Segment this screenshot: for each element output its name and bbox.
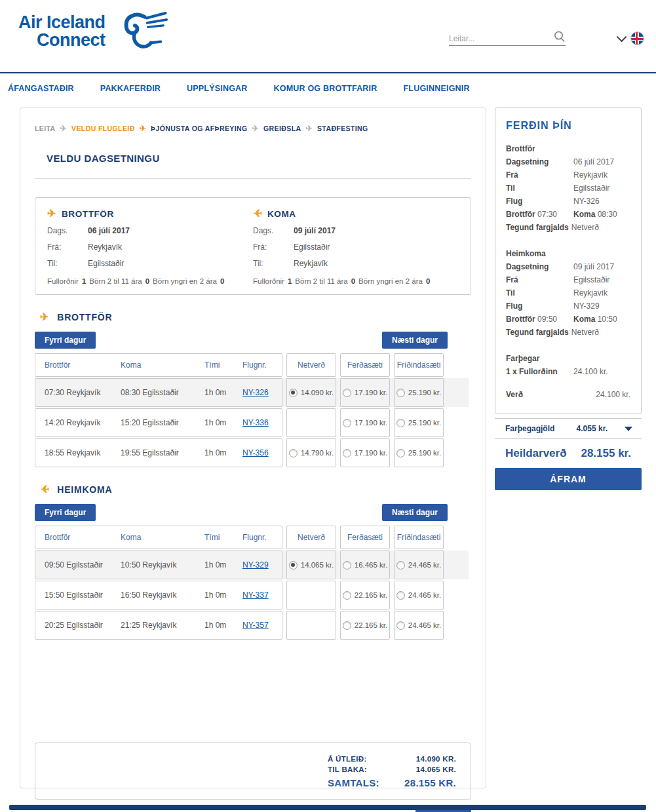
flight-number-link[interactable]: NY-337 <box>242 590 280 600</box>
flight-row: 15:50 Egilsstaðir 16:50 Reykjavík 1h 0m … <box>35 581 469 609</box>
outbound-total-label: Á ÚTLEIÐ: <box>328 755 367 763</box>
fridindasaeti-price-cell[interactable]: 25.190 kr. <box>394 438 444 467</box>
continue-button-sidebar[interactable]: ÁFRAM <box>495 468 642 490</box>
booking-panel: LEITA ✈ VELDU FLUGLEIÐ ✈ ÞJÓNUSTA OG AFÞ… <box>20 107 486 788</box>
ferdasaeti-price-cell[interactable]: 17.190 kr. <box>340 378 390 407</box>
plane-right-icon: ✈ <box>47 208 56 219</box>
flight-number-link[interactable]: NY-356 <box>242 448 280 457</box>
radio-button[interactable] <box>343 389 351 397</box>
table-header-row: Brottför Koma Tími Flugnr. Netverð Ferða… <box>35 526 469 549</box>
radio-button[interactable] <box>396 389 405 397</box>
breadcrumb-step-greidsla[interactable]: GREIÐSLA <box>263 125 301 132</box>
flight-row: 18:55 Reykjavík 19:55 Egilsstaðir 1h 0m … <box>35 438 469 467</box>
nav-upplysingar[interactable]: UPPLÝSINGAR <box>187 84 248 93</box>
dropdown-triangle-icon <box>625 427 632 431</box>
flight-number-link[interactable]: NY-336 <box>242 418 280 427</box>
next-day-button[interactable]: Næsti dagur <box>382 504 448 521</box>
radio-button[interactable] <box>343 449 351 457</box>
radio-button[interactable] <box>343 561 351 570</box>
previous-day-button[interactable]: Fyrri dagur <box>35 504 96 521</box>
fridindasaeti-price-cell[interactable]: 25.190 kr. <box>394 378 444 407</box>
breadcrumb-step-thjonusta[interactable]: ÞJÓNUSTA OG AFÞREYING <box>151 125 247 132</box>
summary-arrival: ✈KOMA Dags.09 júlí 2017 Frá:Egilsstaðir … <box>253 208 459 285</box>
plane-icon: ✈ <box>60 124 67 133</box>
passenger-counts: Fullorðnir1 Börn 2 til 11 ára0 Börn yngr… <box>253 277 459 285</box>
ferdasaeti-price-cell[interactable]: 16.465 kr. <box>340 551 390 579</box>
ferdasaeti-price-cell[interactable]: 17.190 kr. <box>340 438 390 467</box>
fridindasaeti-price-cell[interactable]: 25.190 kr. <box>394 408 444 437</box>
breadcrumb-step-leita[interactable]: LEITA <box>35 125 56 132</box>
language-selector[interactable] <box>617 31 644 45</box>
fridindasaeti-price-cell[interactable]: 24.465 kr. <box>394 581 444 609</box>
passenger-fees-row[interactable]: Farþegagjöld 4.055 kr. <box>495 418 642 439</box>
nav-komur-og-brottfarir[interactable]: KOMUR OG BROTTFARIR <box>274 84 377 93</box>
flight-row: 07:30 Reykjavík 08:30 Egilsstaðir 1h 0m … <box>35 378 469 407</box>
nav-afangastadir[interactable]: ÁFANGASTAÐIR <box>8 84 74 93</box>
iceland-flag-icon <box>630 31 644 45</box>
netverd-price-cell[interactable] <box>286 611 336 640</box>
netverd-price-cell[interactable] <box>286 408 336 437</box>
footer-bar <box>9 805 646 810</box>
radio-button[interactable] <box>396 591 405 600</box>
radio-button[interactable] <box>396 449 405 457</box>
nav-pakkaferdir[interactable]: PAKKAFERÐIR <box>100 84 161 93</box>
search-icon[interactable] <box>553 30 566 43</box>
pegasus-logo-icon <box>112 10 168 52</box>
logo-text: Air Iceland Connect <box>18 14 106 49</box>
radio-button[interactable] <box>396 419 405 427</box>
breadcrumb: LEITA ✈ VELDU FLUGLEIÐ ✈ ÞJÓNUSTA OG AFÞ… <box>35 124 471 133</box>
fridindasaeti-price-cell[interactable]: 24.465 kr. <box>394 611 444 640</box>
nav-fluginneignir[interactable]: FLUGINNEIGNIR <box>404 84 470 93</box>
fridindasaeti-price-cell[interactable]: 24.465 kr. <box>394 551 444 579</box>
return-flight-table: Brottför Koma Tími Flugnr. Netverð Ferða… <box>35 526 469 640</box>
ferdasaeti-price-cell[interactable]: 22.165 kr. <box>340 611 390 640</box>
radio-button[interactable] <box>289 449 298 457</box>
radio-button[interactable] <box>289 389 298 397</box>
plane-icon: ✈ <box>252 124 259 133</box>
breadcrumb-step-veldu-flugleid[interactable]: VELDU FLUGLEIÐ <box>71 125 135 132</box>
plane-left-icon: ✈ <box>253 208 262 219</box>
radio-button[interactable] <box>396 561 405 570</box>
flight-number-link[interactable]: NY-329 <box>242 560 280 570</box>
plane-left-icon: ✈ <box>40 484 49 495</box>
netverd-price-cell[interactable]: 14.790 kr. <box>286 438 336 467</box>
plane-icon: ✈ <box>140 124 146 133</box>
search-input[interactable] <box>449 34 550 43</box>
radio-button[interactable] <box>396 621 405 630</box>
divider <box>35 178 471 179</box>
sidebar-title: FERÐIN ÞÍN <box>506 120 630 132</box>
sidebar-grand-total: Heildarverð28.155 kr. <box>495 439 642 468</box>
previous-day-button[interactable]: Fyrri dagur <box>35 332 96 349</box>
next-day-button[interactable]: Næsti dagur <box>382 332 448 349</box>
grand-total-label: SAMTALS: <box>328 777 379 788</box>
radio-button[interactable] <box>343 591 351 600</box>
chevron-down-icon <box>617 31 627 42</box>
netverd-price-cell[interactable] <box>286 581 336 609</box>
radio-button[interactable] <box>343 621 351 630</box>
return-total-value: 14.065 KR. <box>416 765 456 773</box>
passenger-counts: Fullorðnir1 Börn 2 til 11 ára0 Börn yngr… <box>47 277 253 285</box>
netverd-price-cell[interactable]: 14.090 kr. <box>286 378 336 407</box>
flight-number-link[interactable]: NY-357 <box>242 621 280 630</box>
sidebar-price-row: Verð24.100 kr. <box>506 390 630 399</box>
trip-summary-card: FERÐIN ÞÍN Brottför Dagsetning06 júlí 20… <box>495 107 642 414</box>
netverd-price-cell[interactable]: 14.065 kr. <box>286 551 336 579</box>
sidebar-passengers: Farþegar 1 x Fullorðinn24.100 kr. <box>506 352 630 378</box>
departure-flight-table: Brottför Koma Tími Flugnr. Netverð Ferða… <box>35 353 469 467</box>
radio-button[interactable] <box>343 419 351 427</box>
flight-number-link[interactable]: NY-326 <box>242 388 280 397</box>
radio-button[interactable] <box>289 561 298 570</box>
ferdasaeti-price-cell[interactable]: 17.190 kr. <box>340 408 390 437</box>
summary-departure: ✈BROTTFÖR Dags.06 júlí 2017 Frá:Reykjaví… <box>47 208 253 285</box>
sidebar-outbound: Brottför Dagsetning06 júlí 2017 FráReykj… <box>506 142 630 234</box>
flight-row: 09:50 Egilsstaðir 10:50 Reykjavík 1h 0m … <box>35 551 469 579</box>
ferdasaeti-price-cell[interactable]: 22.165 kr. <box>340 581 390 609</box>
outbound-total-value: 14.090 KR. <box>416 755 456 763</box>
return-section-title: ✈HEIMKOMA <box>40 484 471 495</box>
breadcrumb-step-stadfesting[interactable]: STAÐFESTING <box>317 125 368 132</box>
grand-total-value: 28.155 KR. <box>404 777 456 788</box>
table-header-row: Brottför Koma Tími Flugnr. Netverð Ferða… <box>35 353 469 377</box>
search-summary-box: ✈BROTTFÖR Dags.06 júlí 2017 Frá:Reykjaví… <box>35 197 471 295</box>
flight-row: 14:20 Reykjavík 15:20 Egilsstaðir 1h 0m … <box>35 408 469 437</box>
air-iceland-connect-logo[interactable]: Air Iceland Connect <box>18 10 168 52</box>
